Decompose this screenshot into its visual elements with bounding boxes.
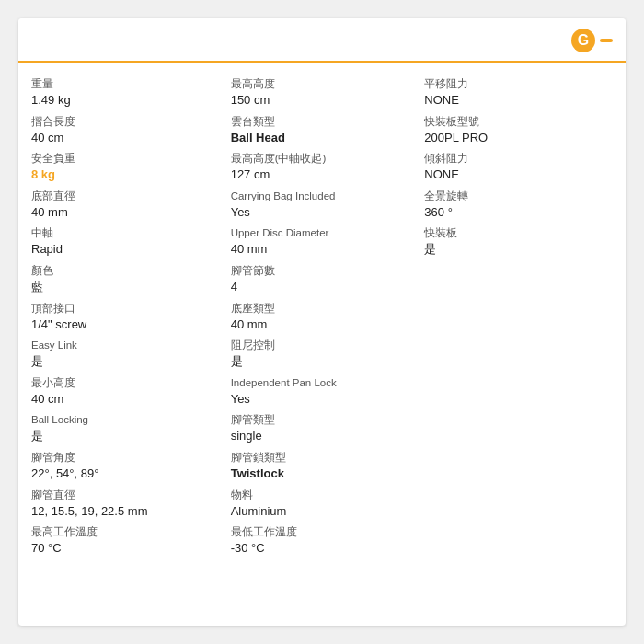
spec-value: 40 cm	[31, 129, 220, 147]
spec-badge	[600, 39, 613, 42]
spec-group: Upper Disc Diameter40 mm	[231, 225, 414, 259]
spec-value: 是	[231, 352, 414, 371]
specs-col-2: 最高高度150 cm雲台類型Ball Head最高高度(中軸收起)127 cmC…	[225, 72, 420, 559]
spec-label: 摺合長度	[31, 114, 220, 129]
spec-group: 雲台類型Ball Head	[231, 114, 414, 147]
spec-value: Aluminium	[231, 502, 414, 521]
spec-group: 快裝板是	[424, 225, 613, 259]
spec-label: Independent Pan Lock	[231, 375, 414, 390]
spec-label: 傾斜阻力	[424, 151, 613, 166]
spec-label: 快裝板	[424, 225, 613, 240]
spec-value: 8 kg	[31, 166, 220, 184]
spec-group: 顏色藍	[31, 263, 220, 296]
spec-value: Rapid	[31, 240, 220, 259]
spec-group: 頂部接口1/4" screw	[31, 301, 220, 334]
spec-label: 重量	[31, 76, 220, 91]
spec-label: 最低工作溫度	[231, 524, 414, 539]
spec-label: 最高高度(中軸收起)	[231, 151, 414, 166]
spec-group: 快裝板型號200PL PRO	[424, 114, 613, 147]
spec-label: 平移阻力	[424, 76, 613, 91]
spec-label: 最高工作溫度	[31, 524, 220, 539]
spec-group: 最高高度150 cm	[231, 76, 414, 109]
spec-value: -30 °C	[231, 539, 414, 558]
spec-value: 150 cm	[231, 91, 414, 109]
header-badge: G	[570, 28, 613, 53]
spec-value: 70 °C	[31, 539, 220, 558]
spec-value: 40 cm	[31, 390, 220, 408]
spec-label: Easy Link	[31, 338, 220, 352]
specs-col-3: 平移阻力NONE快裝板型號200PL PRO傾斜阻力NONE全景旋轉360 °快…	[419, 72, 613, 559]
spec-group: 腳管鎖類型Twistlock	[231, 450, 414, 483]
spec-label: 快裝板型號	[424, 114, 613, 129]
spec-value: Yes	[231, 390, 414, 408]
spec-group: 腳管類型single	[231, 412, 414, 445]
spec-label: Upper Disc Diameter	[231, 225, 414, 240]
spec-label: 顏色	[31, 263, 220, 278]
spec-group: Carrying Bag IncludedYes	[231, 189, 414, 222]
spec-group: 傾斜阻力NONE	[424, 151, 613, 184]
spec-value: 40 mm	[231, 240, 414, 259]
spec-value: NONE	[424, 166, 613, 184]
spec-value: 12, 15.5, 19, 22.5 mm	[31, 502, 220, 521]
specs-grid: 重量1.49 kg摺合長度40 cm安全負重8 kg底部直徑40 mm中軸Rap…	[18, 63, 626, 572]
spec-group: 全景旋轉360 °	[424, 189, 613, 222]
specs-col-1: 重量1.49 kg摺合長度40 cm安全負重8 kg底部直徑40 mm中軸Rap…	[31, 72, 225, 559]
spec-group: 底部直徑40 mm	[31, 189, 220, 222]
spec-label: 中軸	[31, 225, 220, 240]
spec-group: 最小高度40 cm	[31, 375, 220, 408]
header: G	[18, 18, 626, 63]
spec-label: Carrying Bag Included	[231, 189, 414, 203]
spec-group: 最低工作溫度-30 °C	[231, 524, 414, 558]
spec-value: 是	[31, 352, 220, 371]
spec-group: 中軸Rapid	[31, 225, 220, 259]
spec-group: 最高工作溫度70 °C	[31, 524, 220, 558]
spec-label: 頂部接口	[31, 301, 220, 316]
spec-label: 腳管類型	[231, 412, 414, 427]
spec-group: Independent Pan LockYes	[231, 375, 414, 408]
svg-text:G: G	[578, 32, 589, 48]
spec-label: 腳管節數	[231, 263, 414, 278]
spec-value: Yes	[231, 203, 414, 222]
spec-label: 腳管鎖類型	[231, 450, 414, 465]
spec-value: 4	[231, 278, 414, 296]
spec-label: Ball Locking	[31, 412, 220, 427]
spec-group: 物料Aluminium	[231, 488, 414, 521]
spec-label: 雲台類型	[231, 114, 414, 129]
brand-logo-icon: G	[570, 28, 596, 53]
spec-group: 最高高度(中軸收起)127 cm	[231, 151, 414, 184]
spec-value: 200PL PRO	[424, 129, 613, 147]
spec-group: 安全負重8 kg	[31, 151, 220, 184]
spec-value: single	[231, 427, 414, 445]
spec-label: 阻尼控制	[231, 338, 414, 352]
spec-group: Ball Locking是	[31, 412, 220, 445]
spec-group: 平移阻力NONE	[424, 76, 613, 109]
spec-group: 重量1.49 kg	[31, 76, 220, 109]
spec-label: 腳管角度	[31, 450, 220, 465]
spec-group: 底座類型40 mm	[231, 301, 414, 334]
spec-value: Ball Head	[231, 129, 414, 147]
spec-value: 360 °	[424, 203, 613, 222]
spec-value: 1.49 kg	[31, 91, 220, 109]
product-spec-card: G 重量1.49 kg摺合長度40 cm安全負重8 kg底部直徑40 mm中軸R…	[18, 18, 626, 626]
spec-value: 是	[31, 427, 220, 445]
spec-label: 腳管直徑	[31, 488, 220, 502]
spec-label: 物料	[231, 488, 414, 502]
spec-group: 摺合長度40 cm	[31, 114, 220, 147]
spec-label: 安全負重	[31, 151, 220, 166]
spec-group: 腳管節數4	[231, 263, 414, 296]
spec-label: 最小高度	[31, 375, 220, 390]
spec-group: 腳管角度22°, 54°, 89°	[31, 450, 220, 483]
spec-value: 是	[424, 240, 613, 259]
spec-value: 127 cm	[231, 166, 414, 184]
spec-value: 22°, 54°, 89°	[31, 465, 220, 483]
spec-group: 阻尼控制是	[231, 338, 414, 371]
spec-group: 腳管直徑12, 15.5, 19, 22.5 mm	[31, 488, 220, 521]
spec-value: 1/4" screw	[31, 316, 220, 334]
spec-group: Easy Link是	[31, 338, 220, 371]
spec-label: 最高高度	[231, 76, 414, 91]
spec-label: 底座類型	[231, 301, 414, 316]
spec-value: 40 mm	[31, 203, 220, 222]
spec-value: NONE	[424, 91, 613, 109]
spec-value: 40 mm	[231, 316, 414, 334]
spec-label: 全景旋轉	[424, 189, 613, 203]
